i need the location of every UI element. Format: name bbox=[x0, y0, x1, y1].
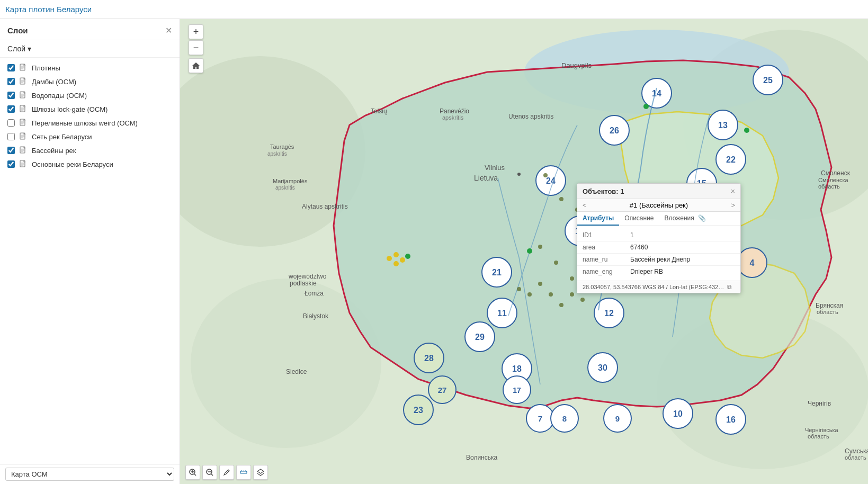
app-header: Карта плотин Беларуси bbox=[0, 0, 868, 19]
chevron-down-icon: ▾ bbox=[28, 44, 31, 53]
svg-text:область: область bbox=[818, 183, 840, 190]
layer-file-icon bbox=[19, 160, 28, 168]
svg-text:29: 29 bbox=[475, 333, 485, 342]
zoom-in-button[interactable]: + bbox=[189, 24, 203, 39]
sidebar-header: Слои ✕ bbox=[0, 19, 180, 40]
popup-value: Dnieper RB bbox=[630, 268, 663, 275]
popup-row: name_engDnieper RB bbox=[577, 266, 740, 277]
svg-text:apskritis: apskritis bbox=[267, 151, 287, 157]
svg-text:Siedlce: Siedlce bbox=[286, 368, 307, 375]
svg-text:Białystok: Białystok bbox=[303, 312, 329, 320]
layer-checkbox-basseyny[interactable] bbox=[7, 147, 15, 154]
svg-text:Marijampolės: Marijampolės bbox=[273, 178, 308, 184]
popup-nav-prev[interactable]: < bbox=[583, 201, 587, 209]
svg-text:18: 18 bbox=[512, 364, 522, 373]
svg-marker-163 bbox=[257, 469, 264, 473]
layer-checkbox-perelivnye[interactable] bbox=[7, 119, 15, 127]
svg-text:23: 23 bbox=[414, 406, 423, 415]
layer-file-icon bbox=[19, 77, 28, 86]
svg-text:Vilnius: Vilnius bbox=[485, 164, 505, 172]
layer-item-set_rek[interactable]: Сеть рек Беларуси bbox=[0, 130, 180, 144]
tab-attachments[interactable]: Вложения 📎 bbox=[659, 212, 712, 226]
popup-key: area bbox=[583, 244, 630, 251]
map-type-select[interactable]: Карта ОСМ Спутник bbox=[5, 468, 174, 481]
close-icon[interactable]: ✕ bbox=[165, 25, 172, 35]
layer-label-shlyuzy: Шлюзы lock-gate (ОСМ) bbox=[32, 105, 108, 113]
svg-text:Чернігів: Чернігів bbox=[808, 400, 831, 407]
svg-text:10: 10 bbox=[673, 409, 683, 418]
svg-text:26: 26 bbox=[610, 126, 619, 135]
copy-coords-button[interactable]: ⧉ bbox=[727, 283, 732, 291]
svg-point-95 bbox=[393, 252, 399, 257]
svg-point-102 bbox=[538, 245, 542, 249]
svg-text:Lietuva: Lietuva bbox=[474, 174, 498, 182]
popup-coords: 28.034057, 53.543766 WGS 84 / Lon-lat (E… bbox=[577, 281, 740, 293]
sidebar-title: Слои bbox=[7, 26, 28, 35]
svg-text:27: 27 bbox=[438, 386, 447, 395]
zoom-out-button[interactable]: − bbox=[189, 40, 203, 55]
svg-text:21: 21 bbox=[492, 268, 502, 277]
svg-text:14: 14 bbox=[652, 89, 661, 98]
svg-text:12: 12 bbox=[604, 309, 614, 318]
svg-text:13: 13 bbox=[718, 121, 728, 130]
map-svg: 14 25 26 13 22 15 24 19 5 bbox=[180, 19, 868, 484]
tab-description[interactable]: Описание bbox=[619, 212, 659, 226]
layer-checkbox-shlyuzy[interactable] bbox=[7, 105, 15, 113]
popup-nav-next[interactable]: > bbox=[731, 201, 735, 209]
svg-point-98 bbox=[393, 261, 399, 266]
layer-label-osnovnye: Основные реки Беларуси bbox=[32, 160, 113, 168]
layer-dropdown[interactable]: Слой ▾ bbox=[0, 40, 180, 58]
sidebar-bottom: Карта ОСМ Спутник bbox=[0, 464, 180, 484]
svg-text:Daugvpils: Daugvpils bbox=[561, 61, 592, 69]
layer-checkbox-set_rek[interactable] bbox=[7, 133, 15, 140]
svg-point-118 bbox=[559, 303, 563, 307]
draw-tool[interactable] bbox=[219, 465, 234, 480]
layer-item-osnovnye[interactable]: Основные реки Беларуси bbox=[0, 157, 180, 171]
popup-row: ID11 bbox=[577, 229, 740, 241]
layer-file-icon bbox=[19, 146, 28, 155]
layer-checkbox-vodopady[interactable] bbox=[7, 92, 15, 99]
svg-line-153 bbox=[194, 474, 196, 476]
svg-text:Смоленск: Смоленск bbox=[821, 169, 851, 177]
layer-checkbox-plotiny[interactable] bbox=[7, 64, 15, 71]
layer-item-vodopady[interactable]: Водопады (ОСМ) bbox=[0, 88, 180, 102]
svg-text:30: 30 bbox=[598, 363, 607, 372]
layer-item-damby[interactable]: Дамбы (ОСМ) bbox=[0, 75, 180, 88]
svg-point-93 bbox=[527, 248, 532, 254]
svg-point-99 bbox=[543, 173, 548, 177]
layer-label-plotiny: Плотины bbox=[32, 64, 60, 72]
svg-text:Чернігівська: Чернігівська bbox=[805, 427, 839, 433]
svg-text:область: область bbox=[808, 433, 829, 440]
layer-item-plotiny[interactable]: Плотины bbox=[0, 61, 180, 75]
map-area[interactable]: 14 25 26 13 22 15 24 19 5 bbox=[180, 19, 868, 484]
layer-checkbox-osnovnye[interactable] bbox=[7, 160, 15, 168]
svg-rect-159 bbox=[240, 471, 247, 473]
tab-attributes[interactable]: Атрибуты bbox=[577, 212, 619, 226]
zoom-out-tool[interactable] bbox=[202, 465, 217, 480]
svg-text:4: 4 bbox=[750, 258, 755, 267]
measure-tool[interactable] bbox=[236, 465, 251, 480]
sidebar: Слои ✕ Слой ▾ ПлотиныДамбы (ОСМ)Водопады… bbox=[0, 19, 180, 484]
svg-text:województwo: województwo bbox=[288, 273, 327, 280]
layer-file-icon bbox=[19, 64, 28, 72]
layer-item-perelivnye[interactable]: Переливные шлюзы weird (ОСМ) bbox=[0, 116, 180, 130]
svg-text:apskritis: apskritis bbox=[275, 185, 295, 191]
popup-close-button[interactable]: × bbox=[731, 187, 735, 195]
svg-text:8: 8 bbox=[562, 414, 567, 423]
popup-value: 1 bbox=[630, 231, 634, 239]
svg-text:Utenos apskritis: Utenos apskritis bbox=[508, 113, 553, 120]
layer-checkbox-damby[interactable] bbox=[7, 78, 15, 85]
layer-item-shlyuzy[interactable]: Шлюзы lock-gate (ОСМ) bbox=[0, 102, 180, 116]
svg-text:11: 11 bbox=[497, 309, 507, 318]
layer-file-icon bbox=[19, 119, 28, 127]
popup-nav: < #1 (Бассейны рек) > bbox=[577, 199, 740, 212]
popup-content: ID11area67460name_ruБассейн реки Днепрna… bbox=[577, 226, 740, 281]
home-button[interactable] bbox=[189, 58, 203, 73]
layers-tool[interactable] bbox=[253, 465, 268, 480]
popup-tabs: Атрибуты Описание Вложения 📎 bbox=[577, 212, 740, 226]
layer-label-basseyny: Бассейны рек bbox=[32, 147, 76, 155]
zoom-in-tool[interactable] bbox=[185, 465, 200, 480]
svg-point-104 bbox=[570, 276, 574, 281]
svg-text:7: 7 bbox=[538, 414, 542, 423]
layer-item-basseyny[interactable]: Бассейны рек bbox=[0, 144, 180, 157]
